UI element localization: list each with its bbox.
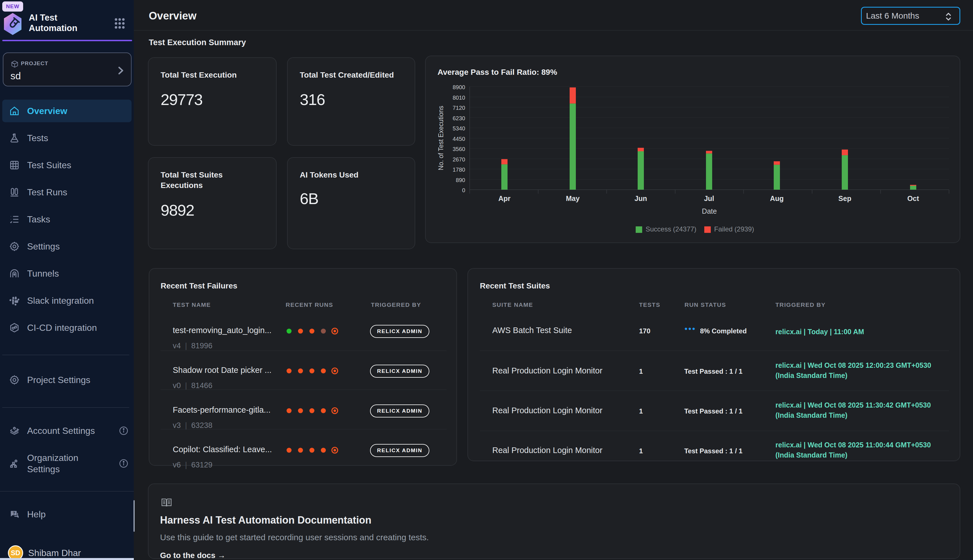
svg-text:Sep: Sep [838,195,851,202]
svg-text:890: 890 [456,177,465,183]
svg-text:Failed (2939): Failed (2939) [714,225,754,233]
svg-text:1780: 1780 [453,167,465,173]
svg-text:Average Pass to Fail Ratio: 89: Average Pass to Fail Ratio: 89% [438,68,557,77]
svg-text:8010: 8010 [453,95,465,101]
svg-text:8900: 8900 [453,84,465,90]
svg-text:5340: 5340 [453,125,465,132]
svg-text:Jul: Jul [704,195,714,202]
svg-text:?: ? [13,511,15,515]
svg-text:Success (24377): Success (24377) [646,225,696,233]
svg-text:0: 0 [462,187,465,193]
svg-text:Apr: Apr [498,195,510,202]
svg-text:No. of Test Executions: No. of Test Executions [437,106,445,170]
svg-text:Oct: Oct [907,195,919,202]
svg-text:2670: 2670 [453,157,465,163]
svg-text:Date: Date [702,207,717,215]
svg-text:May: May [566,195,580,202]
svg-text:4450: 4450 [453,136,465,142]
svg-text:3560: 3560 [453,146,465,152]
svg-text:7120: 7120 [453,105,465,111]
svg-text:Jun: Jun [635,195,647,202]
svg-text:6230: 6230 [453,115,465,122]
svg-text:Aug: Aug [770,195,784,202]
